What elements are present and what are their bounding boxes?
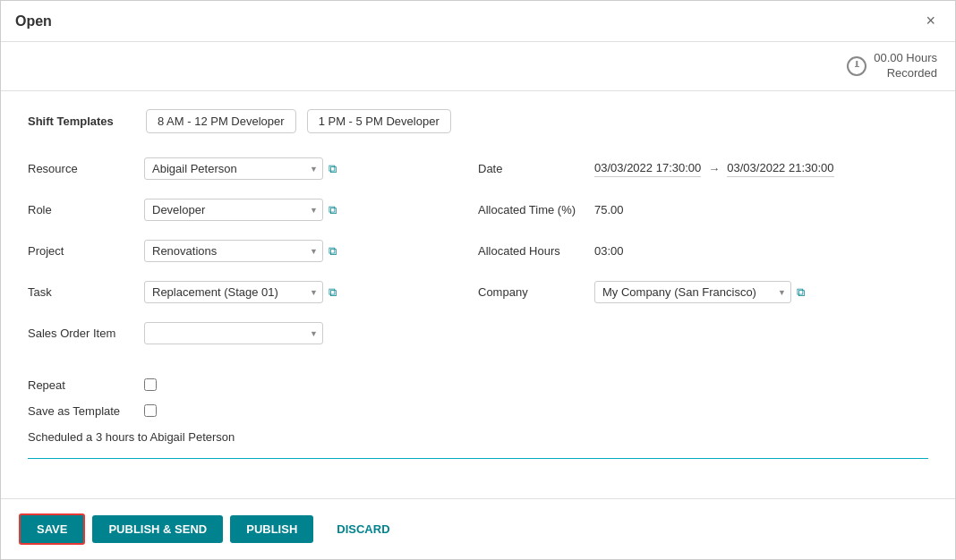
company-select[interactable]: My Company (San Francisco) — [594, 281, 791, 303]
shift-templates-row: Shift Templates 8 AM - 12 PM Developer 1… — [28, 109, 928, 133]
save-as-template-checkbox[interactable] — [144, 404, 157, 417]
task-row: Task Replacement (Stage 01) ⧉ — [28, 278, 478, 307]
modal-body: Shift Templates 8 AM - 12 PM Developer 1… — [1, 91, 955, 498]
modal-title: Open — [15, 13, 52, 30]
allocated-hours-label: Allocated Hours — [478, 244, 594, 258]
clock-icon — [847, 56, 866, 76]
project-select-wrapper: Renovations — [144, 240, 323, 262]
allocated-time-label: Allocated Time (%) — [478, 203, 594, 216]
company-ext-link-icon[interactable]: ⧉ — [797, 285, 805, 300]
sales-order-row: Sales Order Item — [28, 319, 478, 348]
company-label: Company — [478, 285, 594, 299]
resource-ext-link-icon[interactable]: ⧉ — [329, 162, 337, 176]
project-label: Project — [28, 244, 144, 258]
date-to-value[interactable]: 03/03/2022 21:30:00 — [727, 161, 833, 177]
project-ext-link-icon[interactable]: ⧉ — [329, 244, 337, 259]
allocated-time-value: 75.00 — [594, 203, 624, 216]
role-select[interactable]: Developer — [144, 199, 323, 221]
scheduled-text: Scheduled a 3 hours to Abigail Peterson — [28, 430, 928, 444]
sales-order-field — [144, 322, 478, 344]
allocated-hours-row: Allocated Hours 03:00 — [478, 237, 928, 266]
modal-header: Open × — [1, 1, 955, 42]
resource-row: Resource Abigail Peterson ⧉ — [28, 155, 478, 183]
template-button-morning[interactable]: 8 AM - 12 PM Developer — [146, 109, 296, 133]
resource-select[interactable]: Abigail Peterson — [144, 157, 323, 180]
project-row: Project Renovations ⧉ — [28, 237, 478, 266]
close-button[interactable]: × — [920, 10, 941, 32]
discard-button[interactable]: DISCARD — [320, 515, 405, 543]
repeat-row: Repeat — [28, 378, 928, 392]
template-button-afternoon[interactable]: 1 PM - 5 PM Developer — [307, 109, 451, 133]
project-select[interactable]: Renovations — [144, 240, 323, 262]
shift-templates-label: Shift Templates — [28, 115, 135, 128]
save-as-template-label: Save as Template — [28, 404, 144, 418]
role-field: Developer ⧉ — [144, 199, 478, 221]
sales-order-select-wrapper — [144, 322, 323, 344]
role-row: Role Developer ⧉ — [28, 196, 478, 225]
resource-field: Abigail Peterson ⧉ — [144, 157, 478, 180]
company-field: My Company (San Francisco) ⧉ — [594, 281, 805, 303]
publish-send-button[interactable]: PUBLISH & SEND — [92, 515, 223, 543]
task-label: Task — [28, 285, 144, 299]
resource-select-wrapper: Abigail Peterson — [144, 157, 323, 180]
hours-text: 00.00 Hours Recorded — [874, 51, 937, 81]
resource-label: Resource — [28, 162, 144, 175]
task-field: Replacement (Stage 01) ⧉ — [144, 281, 478, 303]
project-field: Renovations ⧉ — [144, 240, 478, 262]
date-label: Date — [478, 162, 594, 175]
hours-recorded-container: 00.00 Hours Recorded — [847, 51, 937, 81]
task-select-wrapper: Replacement (Stage 01) — [144, 281, 323, 303]
modal-footer: SAVE PUBLISH & SEND PUBLISH DISCARD — [1, 498, 955, 559]
save-button[interactable]: SAVE — [19, 513, 85, 545]
modal-dialog: Open × 00.00 Hours Recorded Shift Templa… — [0, 0, 956, 560]
sales-order-select[interactable] — [144, 322, 323, 344]
repeat-checkbox[interactable] — [144, 378, 157, 391]
task-select[interactable]: Replacement (Stage 01) — [144, 281, 323, 303]
form-grid: Resource Abigail Peterson ⧉ Role — [28, 155, 928, 361]
save-as-template-row: Save as Template — [28, 404, 928, 418]
date-fields: 03/03/2022 17:30:00 → 03/03/2022 21:30:0… — [594, 161, 834, 177]
role-label: Role — [28, 203, 144, 216]
repeat-label: Repeat — [28, 378, 144, 392]
role-ext-link-icon[interactable]: ⧉ — [329, 203, 337, 217]
hours-value: 00.00 Hours — [874, 51, 937, 64]
modal-subheader: 00.00 Hours Recorded — [1, 42, 955, 91]
allocated-time-row: Allocated Time (%) 75.00 — [478, 196, 928, 225]
divider — [28, 458, 928, 459]
date-arrow: → — [708, 162, 720, 175]
sales-order-label: Sales Order Item — [28, 327, 144, 340]
role-select-wrapper: Developer — [144, 199, 323, 221]
company-row: Company My Company (San Francisco) ⧉ — [478, 278, 928, 307]
date-from-value[interactable]: 03/03/2022 17:30:00 — [594, 161, 701, 177]
task-ext-link-icon[interactable]: ⧉ — [329, 285, 337, 300]
date-row: Date 03/03/2022 17:30:00 → 03/03/2022 21… — [478, 155, 928, 183]
publish-button[interactable]: PUBLISH — [230, 515, 313, 543]
form-right: Date 03/03/2022 17:30:00 → 03/03/2022 21… — [478, 155, 928, 361]
form-left: Resource Abigail Peterson ⧉ Role — [28, 155, 478, 361]
allocated-hours-value: 03:00 — [594, 244, 624, 258]
company-select-wrapper: My Company (San Francisco) — [594, 281, 791, 303]
hours-label: Recorded — [887, 66, 937, 80]
